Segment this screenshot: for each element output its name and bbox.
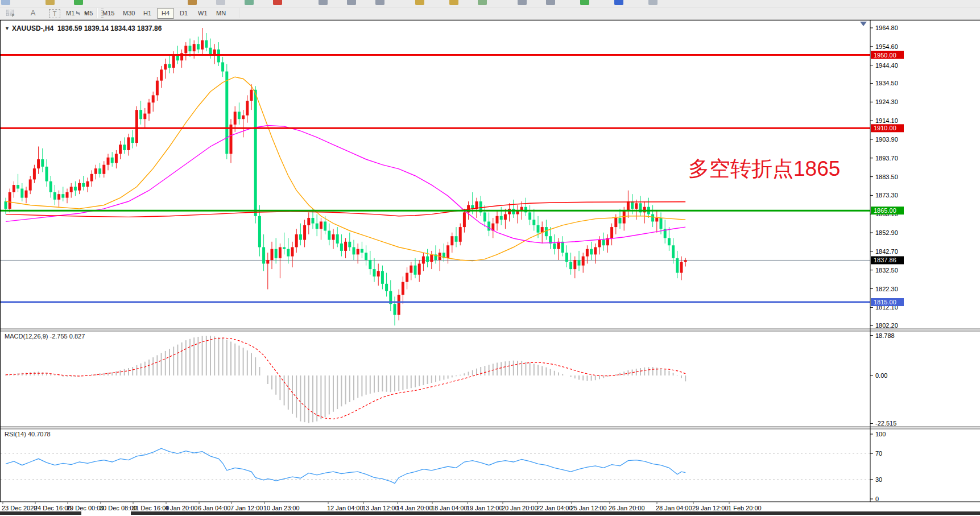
svg-text:30 Dec 08:00: 30 Dec 08:00 [100,505,137,511]
folder-icon[interactable] [216,0,225,5]
svg-text:18.788: 18.788 [875,332,895,339]
svg-text:24 Dec 16:00: 24 Dec 16:00 [34,505,71,511]
svg-text:1914.10: 1914.10 [875,117,898,124]
svg-text:1924.30: 1924.30 [875,98,898,105]
price-badge-1950.00: 1950.00 [871,51,904,59]
chart-window-icon[interactable] [1,0,10,5]
grid-icon[interactable] [648,0,658,5]
fibo-icon[interactable] [478,0,487,5]
svg-text:25 Jan 12:00: 25 Jan 12:00 [570,505,607,511]
svg-text:26 Jan 20:00: 26 Jan 20:00 [609,505,645,511]
svg-text:20 Jan 20:00: 20 Jan 20:00 [502,505,538,511]
svg-text:1934.50: 1934.50 [875,80,898,86]
svg-text:1964.80: 1964.80 [875,24,898,31]
timeframe-w1[interactable]: W1 [193,8,212,19]
vline-icon[interactable] [546,0,555,5]
trendline-icon[interactable] [415,0,424,5]
text-label-tool[interactable]: A [27,8,39,18]
svg-text:29 Dec 00:00: 29 Dec 00:00 [67,505,104,511]
svg-text:29 Jan 12:00: 29 Jan 12:00 [692,505,729,511]
svg-text:31 Dec 16:00: 31 Dec 16:00 [132,505,169,511]
analyst-annotation-text: 多空转折点1865 [688,155,927,183]
svg-text:1815.00: 1815.00 [874,299,896,306]
svg-text:18 Jan 04:00: 18 Jan 04:00 [431,505,468,511]
rsi-indicator-label: RSI(14) 40.7078 [5,431,51,437]
svg-text:19 Jan 12:00: 19 Jan 12:00 [466,505,503,511]
symbol-period-label: XAUUSD-,H4 [12,24,53,32]
crosshair-grid-icon[interactable]: F [5,8,17,18]
new-chart-icon[interactable] [74,0,83,5]
chart-window[interactable]: 1964.801954.601944.401934.501924.301914.… [0,20,980,516]
svg-text:100: 100 [875,431,886,437]
svg-text:10 Jan 23:00: 10 Jan 23:00 [263,505,300,511]
help-icon[interactable] [614,0,623,5]
svg-text:1832.50: 1832.50 [875,267,898,274]
timeframe-m1[interactable]: M1 [61,8,79,19]
svg-text:1852.90: 1852.90 [875,229,898,236]
scrollbar-segment-left[interactable] [0,511,81,515]
svg-text:14 Jan 20:00: 14 Jan 20:00 [396,505,433,511]
timeframe-m5[interactable]: M5 [80,8,97,19]
price-chart-canvas[interactable]: 1964.801954.601944.401934.501924.301914.… [0,20,980,516]
timeframe-h1[interactable]: H1 [139,8,156,19]
symbol-dropdown-icon[interactable]: ▼ [5,26,10,31]
channel-icon[interactable] [449,0,458,5]
price-badge-1837.86: 1837.86 [871,256,904,264]
svg-text:23 Dec 2020: 23 Dec 2020 [2,505,37,511]
price-badge-1865.00: 1865.00 [871,207,904,214]
svg-text:30: 30 [875,476,882,483]
svg-text:1910.00: 1910.00 [874,125,896,131]
svg-text:1837.86: 1837.86 [874,257,896,263]
crosshair-1-icon[interactable] [319,0,328,5]
svg-text:1865.00: 1865.00 [874,207,896,214]
timeframe-d1[interactable]: D1 [175,8,192,19]
timeframe-m30[interactable]: M30 [118,8,139,19]
text-tool[interactable]: T [49,9,60,18]
svg-text:F: F [12,14,14,18]
timeframe-h4[interactable]: H4 [157,8,174,19]
refresh-icon[interactable] [245,0,254,5]
stop-icon[interactable] [273,0,282,5]
svg-text:-22.515: -22.515 [875,420,896,427]
svg-text:1950.00: 1950.00 [874,52,896,59]
timeframe-mn[interactable]: MN [212,8,230,19]
svg-text:1873.30: 1873.30 [875,192,898,199]
svg-text:28 Jan 04:00: 28 Jan 04:00 [656,505,692,511]
timeframe-m15[interactable]: M15 [98,8,119,19]
svg-text:4 Jan 20:00: 4 Jan 20:00 [165,505,198,511]
svg-text:1 Feb 20:00: 1 Feb 20:00 [728,505,762,511]
svg-text:6 Jan 04:00: 6 Jan 04:00 [198,505,231,511]
svg-text:1944.40: 1944.40 [875,62,898,69]
svg-text:12 Jan 04:00: 12 Jan 04:00 [327,505,363,511]
hline-icon[interactable] [518,0,527,5]
svg-text:0: 0 [875,496,879,502]
svg-text:1954.60: 1954.60 [875,43,898,50]
svg-text:1802.20: 1802.20 [875,322,898,329]
mt4-terminal-window: { "toolbar": { "row1_icons": [ {"name":"… [0,0,980,516]
crosshair-3-icon[interactable] [375,0,384,5]
zoom-icon[interactable] [46,0,55,5]
timeframe-toolbar: F A T M1M5M15M30H1H4D1W1MN [0,7,980,20]
svg-text:1842.70: 1842.70 [875,248,898,255]
template-icon[interactable] [188,0,197,5]
macd-indicator-label: MACD(12,26,9) -2.755 0.827 [5,333,85,340]
svg-text:22 Jan 04:00: 22 Jan 04:00 [536,505,573,511]
svg-text:7 Jan 12:00: 7 Jan 12:00 [230,505,263,511]
svg-text:70: 70 [875,450,882,457]
crosshair-2-icon[interactable] [347,0,356,5]
price-badge-1910.00: 1910.00 [871,124,904,132]
add-indicator-icon[interactable] [580,0,589,5]
svg-text:1903.90: 1903.90 [875,136,898,143]
scrollbar-thumb[interactable] [131,511,980,515]
chart-shift-marker-icon[interactable] [860,22,867,26]
svg-text:13 Jan 12:00: 13 Jan 12:00 [362,505,399,511]
ohlc-values: 1836.59 1839.14 1834.43 1837.86 [57,24,162,32]
svg-text:1822.30: 1822.30 [875,286,898,292]
main-toolbar [0,0,980,7]
price-badge-1815.00: 1815.00 [871,298,904,306]
svg-text:0.00: 0.00 [875,372,887,379]
chart-ohlc-header: ▼XAUUSD-,H4 1836.59 1839.14 1834.43 1837… [5,24,162,32]
